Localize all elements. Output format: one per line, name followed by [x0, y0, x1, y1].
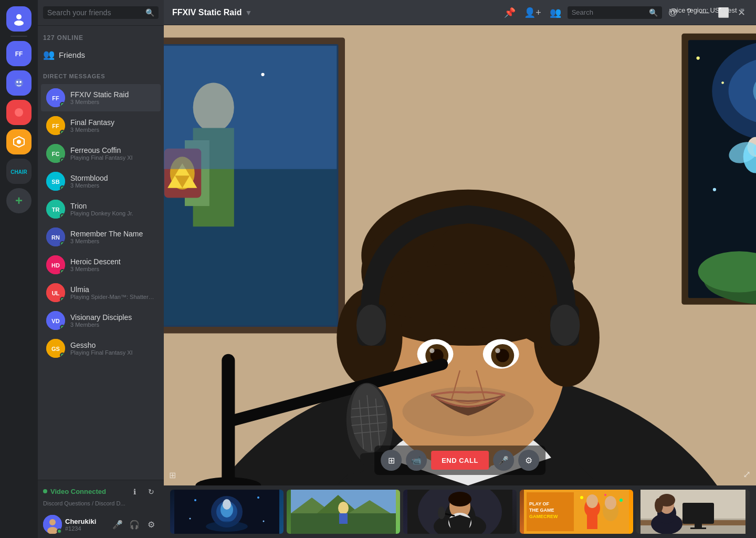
- server-divider: [10, 36, 27, 37]
- svg-text:TR: TR: [52, 206, 60, 213]
- dm-avatar-0: FF: [46, 88, 65, 107]
- thumbnail-5[interactable]: [636, 490, 750, 534]
- dm-item-gessho[interactable]: GSGesshoPlaying Final Fantasy XI: [41, 335, 161, 362]
- svg-point-66: [713, 188, 716, 191]
- svg-point-89: [403, 387, 534, 436]
- dm-item-remember-the-name[interactable]: RNRemember The Name3 Members: [41, 223, 161, 251]
- svg-point-63: [721, 81, 724, 84]
- server-icon-4[interactable]: [6, 129, 32, 154]
- dm-status-9: Playing Final Fantasy XI: [70, 349, 155, 356]
- svg-text:FF: FF: [52, 95, 59, 101]
- dm-avatar-9: GS: [46, 339, 65, 358]
- svg-point-114: [190, 518, 191, 520]
- friends-nav-item[interactable]: 👥 Friends: [38, 45, 164, 65]
- svg-point-92: [356, 305, 386, 346]
- top-search-input[interactable]: [572, 8, 646, 16]
- channel-dropdown-icon[interactable]: ▼: [245, 8, 252, 17]
- dm-list: FFFFXIV Static Raid3 Members✕FFFinal Fan…: [38, 81, 164, 480]
- server-sidebar: FF CHAIR +: [0, 0, 38, 538]
- svg-point-111: [194, 499, 196, 501]
- dm-status-5: 3 Members: [70, 238, 155, 244]
- server-icon-home[interactable]: [6, 6, 32, 32]
- voice-region: voice region: US West ▼: [669, 6, 746, 14]
- thumbnail-4[interactable]: PLAY OF THE GAME GAMECREW: [520, 490, 633, 534]
- end-call-button[interactable]: END CALL: [431, 451, 489, 470]
- search-friends-input[interactable]: [47, 8, 142, 17]
- video-connected-label: Video Connected: [50, 488, 106, 495]
- video-connected-status: Video Connected: [43, 488, 106, 495]
- settings-button[interactable]: ⚙: [144, 517, 159, 532]
- dm-item-stormblood[interactable]: SBStormblood3 Members: [41, 168, 161, 195]
- grid-button[interactable]: ⊞: [169, 470, 176, 480]
- server-icon-5[interactable]: CHAIR: [6, 159, 32, 184]
- dm-status-8: 3 Members: [70, 322, 155, 328]
- add-server-button[interactable]: +: [6, 188, 32, 213]
- settings-call-button[interactable]: ⚙: [518, 450, 539, 471]
- voice-region-label: voice region:: [669, 6, 708, 14]
- main-video: ⊞ 📹 END CALL 🎤 ⚙ ⤢ ⊞: [164, 25, 756, 485]
- dm-item-visionary-disciples[interactable]: VDVisionary Disciples3 Members: [41, 307, 161, 334]
- vc-controls: ℹ ↻: [127, 484, 159, 499]
- dm-item-final-fantasy[interactable]: FFFinal Fantasy3 Members: [41, 112, 161, 139]
- top-search-wrapper[interactable]: 🔍: [568, 6, 662, 19]
- dm-item-ulmia[interactable]: ULUlmiaPlaying Spider-Man™: Shattered Di…: [41, 279, 161, 306]
- mute-button[interactable]: 🎤: [493, 450, 514, 471]
- dm-info-9: GesshoPlaying Final Fantasy XI: [70, 341, 155, 356]
- dm-item-heroic-descent[interactable]: HDHeroic Descent3 Members: [41, 251, 161, 278]
- svg-rect-95: [222, 354, 235, 485]
- members-button[interactable]: 👥: [548, 5, 563, 20]
- friends-icon: 👥: [43, 49, 55, 60]
- add-member-button[interactable]: 👤+: [522, 5, 543, 20]
- thumbnail-3[interactable]: [403, 490, 517, 534]
- pin-button[interactable]: 📌: [502, 5, 518, 20]
- dm-item-trion[interactable]: TRTrionPlaying Donkey Kong Jr.: [41, 195, 161, 223]
- server-icon-2[interactable]: [6, 70, 32, 96]
- voice-region-value: US West: [710, 6, 739, 14]
- video-feed: [164, 25, 756, 485]
- svg-point-1: [14, 20, 24, 26]
- svg-text:SB: SB: [51, 179, 59, 185]
- thumbnail-2[interactable]: [287, 490, 400, 534]
- user-bar-name: Cherukiki: [65, 518, 107, 525]
- svg-text:RN: RN: [51, 234, 60, 241]
- dm-status-7: Playing Spider-Man™: Shattered Dimen...: [70, 294, 155, 300]
- vc-refresh-button[interactable]: ↻: [144, 484, 159, 499]
- dm-item-ferreous-coffin[interactable]: FCFerreous CoffinPlaying Final Fantasy X…: [41, 140, 161, 167]
- thumbnail-1[interactable]: [170, 490, 284, 534]
- svg-point-140: [586, 494, 598, 508]
- dm-info-0: FFXIV Static Raid3 Members: [70, 90, 155, 105]
- video-toggle-button[interactable]: 📹: [406, 450, 427, 471]
- svg-text:HD: HD: [51, 262, 60, 268]
- vc-info-button[interactable]: ℹ: [127, 484, 142, 499]
- svg-point-0: [16, 14, 22, 19]
- dm-info-7: UlmiaPlaying Spider-Man™: Shattered Dime…: [70, 285, 155, 300]
- dm-avatar-6: HD: [46, 255, 65, 274]
- video-area: ⊞ 📹 END CALL 🎤 ⚙ ⤢ ⊞: [164, 25, 756, 538]
- channel-title: FFXIV Static Raid ▼: [172, 8, 252, 17]
- svg-text:GAMECREW: GAMECREW: [529, 514, 558, 519]
- status-dot-0: [60, 102, 65, 107]
- server-icon-1[interactable]: FF: [6, 41, 32, 66]
- expand-button[interactable]: ⤢: [743, 469, 751, 480]
- dm-info-8: Visionary Disciples3 Members: [70, 313, 155, 328]
- status-dot-6: [60, 269, 65, 274]
- svg-point-158: [655, 498, 663, 513]
- headphones-button[interactable]: 🎧: [127, 517, 142, 532]
- grid-view-button[interactable]: ⊞: [381, 450, 402, 471]
- svg-point-62: [697, 56, 700, 59]
- server-icon-3[interactable]: [6, 100, 32, 125]
- voice-region-chevron[interactable]: ▼: [739, 6, 746, 14]
- svg-text:FF: FF: [52, 123, 59, 129]
- dm-name-7: Ulmia: [70, 285, 155, 294]
- dm-section-label: DIRECT MESSAGES: [38, 65, 164, 81]
- svg-text:VD: VD: [51, 318, 59, 324]
- dm-name-6: Heroic Descent: [70, 257, 155, 266]
- dm-item-ffxiv-static-raid[interactable]: FFFFXIV Static Raid3 Members✕: [41, 84, 161, 111]
- search-wrapper[interactable]: 🔍: [43, 6, 159, 19]
- video-connected-bar: Video Connected ℹ ↻ Discord Questions / …: [38, 480, 164, 511]
- svg-text:GS: GS: [51, 346, 60, 352]
- svg-text:FF: FF: [15, 50, 23, 58]
- user-bar-tag: #1234: [65, 525, 107, 532]
- mic-button[interactable]: 🎤: [110, 517, 125, 532]
- svg-rect-124: [339, 513, 348, 524]
